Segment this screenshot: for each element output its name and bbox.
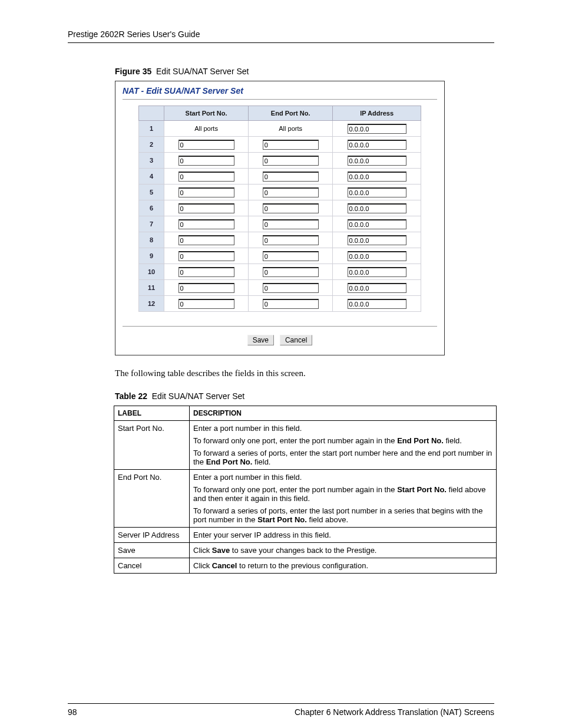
desc-row: Start Port No.Enter a port number in thi…	[114, 421, 497, 470]
end-port-input[interactable]	[263, 235, 319, 245]
end-port-input[interactable]	[263, 299, 319, 309]
bold-term: End Port No.	[206, 457, 253, 466]
table-row: 3	[139, 153, 421, 169]
ip-address-input[interactable]	[348, 283, 406, 293]
ip-cell	[333, 121, 421, 137]
row-index: 12	[139, 296, 164, 312]
cancel-button[interactable]: Cancel	[280, 335, 312, 345]
desc-row: Server IP AddressEnter your server IP ad…	[114, 528, 497, 543]
start-port-cell	[164, 264, 249, 280]
desc-label: Save	[114, 543, 190, 558]
end-port-cell	[249, 153, 333, 169]
row-index: 7	[139, 216, 164, 232]
running-header: Prestige 2602R Series User's Guide	[68, 29, 494, 43]
ip-address-input[interactable]	[348, 267, 406, 277]
start-port-input[interactable]	[178, 299, 234, 309]
desc-paragraph: Enter a port number in this field.	[193, 473, 492, 482]
ip-cell	[333, 137, 421, 153]
end-port-input[interactable]	[263, 140, 319, 150]
start-port-cell	[164, 296, 249, 312]
end-port-input[interactable]	[263, 156, 319, 166]
end-port-cell	[249, 296, 333, 312]
ip-address-input[interactable]	[348, 219, 406, 229]
figure-label: Figure 35	[115, 67, 151, 76]
ip-address-input[interactable]	[348, 251, 406, 261]
ip-address-input[interactable]	[348, 235, 406, 245]
start-port-input[interactable]	[178, 251, 234, 261]
bold-term: Start Port No.	[397, 485, 447, 494]
intro-text: The following table describes the fields…	[115, 368, 494, 378]
end-port-input[interactable]	[263, 203, 319, 213]
end-port-cell	[249, 169, 333, 185]
table-row: 5	[139, 185, 421, 200]
start-port-cell	[164, 216, 249, 232]
ip-address-input[interactable]	[348, 140, 406, 150]
start-port-input[interactable]	[178, 156, 234, 166]
row-index: 10	[139, 264, 164, 280]
desc-text: Enter your server IP address in this fie…	[190, 528, 497, 543]
figure-title: Edit SUA/NAT Server Set	[156, 67, 249, 76]
start-port-input[interactable]	[178, 283, 234, 293]
row-index: 11	[139, 280, 164, 296]
col-ip-header: IP Address	[333, 106, 421, 121]
desc-text: Enter a port number in this field.To for…	[190, 470, 497, 528]
start-port-input[interactable]	[178, 267, 234, 277]
col-start-header: Start Port No.	[164, 106, 249, 121]
desc-header-label: LABEL	[114, 406, 190, 421]
desc-label: Server IP Address	[114, 528, 190, 543]
ip-address-input[interactable]	[348, 172, 406, 182]
end-port-input[interactable]	[263, 172, 319, 182]
ip-cell	[333, 185, 421, 200]
table-row: 11	[139, 280, 421, 296]
table-row: 12	[139, 296, 421, 312]
table-row: 7	[139, 216, 421, 232]
end-port-input[interactable]	[263, 219, 319, 229]
start-port-input[interactable]	[178, 203, 234, 213]
desc-paragraph: Enter your server IP address in this fie…	[193, 531, 492, 539]
end-port-cell	[249, 216, 333, 232]
ip-address-input[interactable]	[348, 187, 406, 197]
desc-paragraph: To forward a series of ports, enter the …	[193, 506, 492, 524]
table-row: 2	[139, 137, 421, 153]
divider	[123, 99, 437, 100]
start-port-input[interactable]	[178, 219, 234, 229]
page-footer: 98 Chapter 6 Network Address Translation…	[68, 703, 494, 717]
table-row: 6	[139, 200, 421, 216]
start-port-cell	[164, 200, 249, 216]
desc-paragraph: To forward only one port, enter the port…	[193, 485, 492, 503]
desc-text: Click Save to save your changes back to …	[190, 543, 497, 558]
row-index: 2	[139, 137, 164, 153]
end-port-input[interactable]	[263, 267, 319, 277]
row-index: 5	[139, 185, 164, 200]
end-port-cell	[249, 185, 333, 200]
start-port-cell	[164, 153, 249, 169]
table-title: Edit SUA/NAT Server Set	[152, 391, 244, 401]
table-row: 4	[139, 169, 421, 185]
desc-paragraph: Click Cancel to return to the previous c…	[193, 561, 492, 570]
start-port-input[interactable]	[178, 187, 234, 197]
desc-label: Start Port No.	[114, 421, 190, 470]
table-row: 8	[139, 232, 421, 248]
ip-cell	[333, 169, 421, 185]
end-port-input[interactable]	[263, 251, 319, 261]
ip-address-input[interactable]	[348, 299, 406, 309]
ip-address-input[interactable]	[348, 156, 406, 166]
end-port-cell	[249, 264, 333, 280]
figure-caption: Figure 35 Edit SUA/NAT Server Set	[115, 67, 494, 76]
bold-term: Save	[212, 546, 230, 555]
nat-edit-screenshot: NAT - Edit SUA/NAT Server Set Start Port…	[115, 81, 445, 355]
end-port-input[interactable]	[263, 187, 319, 197]
row-index: 1	[139, 121, 164, 137]
ip-address-input[interactable]	[348, 203, 406, 213]
ip-cell	[333, 248, 421, 264]
start-port-cell	[164, 169, 249, 185]
start-port-input[interactable]	[178, 235, 234, 245]
end-port-cell	[249, 280, 333, 296]
start-port-input[interactable]	[178, 140, 234, 150]
ip-address-input[interactable]	[348, 124, 406, 134]
save-button[interactable]: Save	[247, 335, 274, 345]
table-row: 10	[139, 264, 421, 280]
end-port-input[interactable]	[263, 283, 319, 293]
start-port-input[interactable]	[178, 172, 234, 182]
ip-cell	[333, 200, 421, 216]
